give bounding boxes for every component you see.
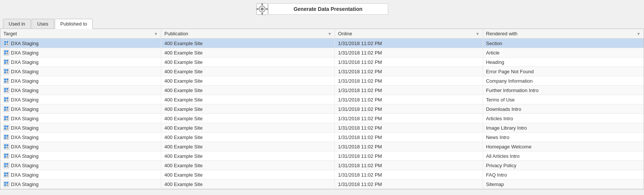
table-row[interactable]: DXA Staging 400 Example Site1/31/2018 11… [0, 48, 644, 57]
col-header-rendered-with[interactable]: Rendered with ▼ [483, 29, 644, 39]
table-row[interactable]: DXA Staging 400 Example Site1/31/2018 11… [0, 180, 644, 189]
target-item-icon [3, 115, 9, 121]
cell-publication: 400 Example Site [161, 161, 335, 170]
table-row[interactable]: DXA Staging 400 Example Site1/31/2018 11… [0, 95, 644, 104]
svg-rect-28 [4, 79, 6, 80]
cell-target: DXA Staging [0, 76, 161, 86]
col-header-publication[interactable]: Publication ▼ [161, 29, 335, 39]
cell-online: 1/31/2018 11:02 PM [335, 123, 483, 133]
cell-publication: 400 Example Site [161, 123, 335, 133]
target-name: DXA Staging [11, 106, 39, 112]
target-name: DXA Staging [11, 50, 39, 56]
tab-published-to[interactable]: Published to [55, 19, 93, 29]
cell-rendered-with: Section [483, 39, 644, 48]
table-row[interactable]: DXA Staging 400 Example Site1/31/2018 11… [0, 151, 644, 161]
header-bar: Generate Data Presentation [0, 0, 644, 19]
svg-rect-43 [4, 107, 6, 109]
filter-icon-publication[interactable]: ▼ [327, 32, 332, 36]
tab-uses[interactable]: Uses [32, 19, 54, 29]
svg-rect-61 [6, 137, 8, 139]
svg-rect-73 [4, 163, 6, 165]
cell-target: DXA Staging [0, 86, 161, 95]
target-item-icon [3, 59, 9, 65]
table-row[interactable]: DXA Staging 400 Example Site1/31/2018 11… [0, 114, 644, 123]
svg-rect-46 [6, 109, 8, 111]
target-item-icon [3, 134, 9, 140]
cell-rendered-with: Further Information Intro [483, 86, 644, 95]
filter-icon-rendered-with[interactable]: ▼ [636, 32, 641, 36]
cell-rendered-with: Sitemap [483, 180, 644, 189]
svg-rect-51 [6, 118, 8, 120]
table-row[interactable]: DXA Staging 400 Example Site1/31/2018 11… [0, 39, 644, 48]
svg-rect-55 [4, 128, 6, 130]
svg-rect-11 [6, 43, 8, 45]
table-row[interactable]: DXA Staging 400 Example Site1/31/2018 11… [0, 123, 644, 133]
cell-target: DXA Staging [0, 180, 161, 189]
col-header-target[interactable]: Target ▼ [0, 29, 161, 39]
target-item-icon [3, 68, 9, 74]
svg-rect-71 [6, 156, 8, 158]
table-row[interactable]: DXA Staging 400 Example Site1/31/2018 11… [0, 142, 644, 151]
svg-rect-80 [4, 175, 6, 177]
cell-rendered-with: Heading [483, 57, 644, 67]
svg-rect-8 [4, 41, 6, 43]
svg-rect-21 [6, 62, 8, 64]
svg-rect-26 [6, 71, 8, 73]
svg-rect-48 [4, 116, 6, 118]
cell-target: DXA Staging [0, 114, 161, 123]
cell-rendered-with: Terms of Use [483, 95, 644, 104]
col-header-online[interactable]: Online ▼ [335, 29, 483, 39]
target-name: DXA Staging [11, 153, 39, 159]
target-name: DXA Staging [11, 116, 39, 121]
header-title: Generate Data Presentation [268, 3, 388, 15]
cell-online: 1/31/2018 11:02 PM [335, 180, 483, 189]
cell-target: DXA Staging [0, 123, 161, 133]
table-row[interactable]: DXA Staging 400 Example Site1/31/2018 11… [0, 133, 644, 142]
cell-publication: 400 Example Site [161, 104, 335, 114]
filter-icon-online[interactable]: ▼ [476, 32, 480, 36]
svg-rect-30 [4, 81, 6, 83]
svg-point-2 [261, 8, 264, 11]
cell-rendered-with: Company Information [483, 76, 644, 86]
target-item-icon [3, 50, 9, 56]
table-row[interactable]: DXA Staging 400 Example Site1/31/2018 11… [0, 86, 644, 95]
table-row[interactable]: DXA Staging 400 Example Site1/31/2018 11… [0, 104, 644, 114]
target-name: DXA Staging [11, 163, 39, 168]
svg-rect-66 [6, 147, 8, 148]
svg-rect-13 [4, 50, 6, 52]
cell-target: DXA Staging [0, 104, 161, 114]
cell-target: DXA Staging [0, 39, 161, 48]
table-row[interactable]: DXA Staging 400 Example Site1/31/2018 11… [0, 57, 644, 67]
svg-rect-78 [4, 172, 6, 174]
target-item-icon [3, 87, 9, 93]
svg-rect-60 [4, 137, 6, 139]
table-row[interactable]: DXA Staging 400 Example Site1/31/2018 11… [0, 67, 644, 76]
cell-target: DXA Staging [0, 95, 161, 104]
target-name: DXA Staging [11, 41, 39, 46]
table-row[interactable]: DXA Staging 400 Example Site1/31/2018 11… [0, 170, 644, 180]
tab-used-in[interactable]: Used in [3, 19, 31, 29]
svg-rect-6 [266, 8, 268, 10]
svg-rect-23 [4, 69, 6, 71]
svg-rect-63 [4, 144, 6, 146]
cell-online: 1/31/2018 11:02 PM [335, 95, 483, 104]
svg-rect-75 [4, 165, 6, 167]
cell-online: 1/31/2018 11:02 PM [335, 76, 483, 86]
target-item-icon [3, 172, 9, 178]
svg-rect-33 [4, 88, 6, 90]
svg-rect-79 [6, 172, 8, 174]
target-item-icon [3, 181, 9, 187]
svg-rect-20 [4, 62, 6, 64]
target-name: DXA Staging [11, 144, 39, 150]
cell-rendered-with: News Intro [483, 133, 644, 142]
cell-online: 1/31/2018 11:02 PM [335, 57, 483, 67]
table-row[interactable]: DXA Staging 400 Example Site1/31/2018 11… [0, 76, 644, 86]
cell-online: 1/31/2018 11:02 PM [335, 39, 483, 48]
cell-publication: 400 Example Site [161, 133, 335, 142]
svg-rect-34 [6, 88, 8, 90]
svg-rect-50 [4, 118, 6, 120]
generate-data-icon [256, 3, 268, 15]
table-row[interactable]: DXA Staging 400 Example Site1/31/2018 11… [0, 161, 644, 170]
filter-icon-target[interactable]: ▼ [154, 32, 158, 36]
cell-rendered-with: FAQ Intro [483, 170, 644, 180]
